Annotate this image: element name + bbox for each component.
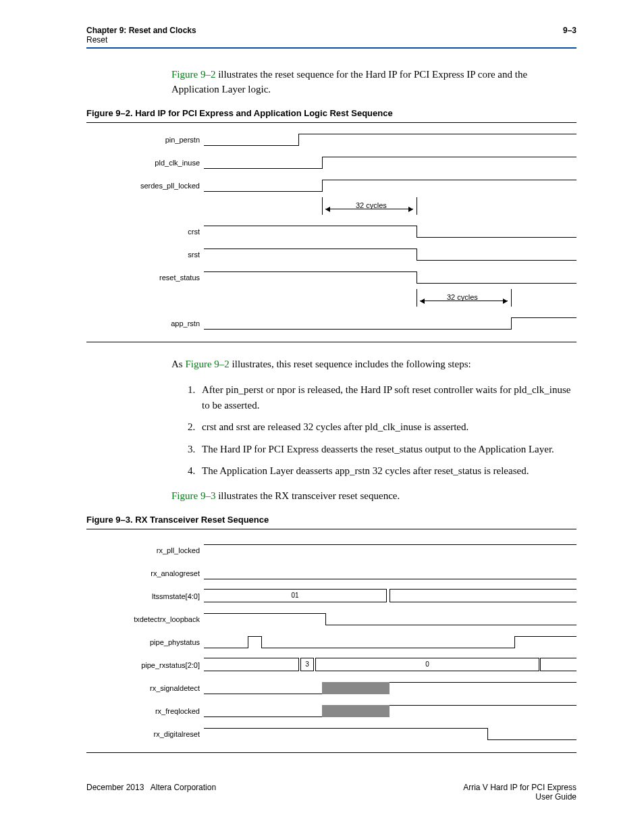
signal-label: pipe_phystatus [86,638,204,646]
figure-9-2-link[interactable]: Figure 9–2 [171,69,215,80]
page-footer: December 2013 Altera Corporation Arria V… [86,783,576,802]
figure-9-2-diagram: pin_perstn pld_clk_inuse serdes_pll_lock… [86,128,576,338]
list-item: The Application Layer deasserts app_rstn… [198,463,576,479]
signal-label: pin_perstn [86,136,204,144]
footer-doc-subtitle: User Guide [463,792,576,802]
figure-9-3-caption: Figure 9–3. RX Transceiver Reset Sequenc… [86,515,576,525]
figure-9-2-link[interactable]: Figure 9–2 [185,359,229,369]
signal-label: reset_status [86,273,204,282]
signal-label: rx_digitalreset [86,730,204,738]
list-item: After pin_perst or npor is released, the… [198,382,576,413]
figure-9-3-diagram: rx_pll_locked rx_analogreset ltssmstate[… [86,535,576,748]
figure-9-2-caption: Figure 9–2. Hard IP for PCI Express and … [86,108,576,118]
figure-9-2-rule-top [86,122,576,123]
signal-label: ltssmstate[4:0] [86,592,204,600]
list-item: crst and srst are released 32 cycles aft… [198,419,576,435]
signal-label: rx_analogreset [86,569,204,577]
intro-text: illustrates the reset sequence for the H… [171,69,527,95]
intro-paragraph: Figure 9–2 illustrates the reset sequenc… [171,68,576,97]
post-fig92-paragraph: As Figure 9–2 illustrates, this reset se… [171,357,576,372]
bus-value: 3 [300,658,314,671]
signal-label: rx_pll_locked [86,546,204,554]
reset-steps-list: After pin_perst or npor is released, the… [184,382,576,479]
signal-label: pld_clk_inuse [86,159,204,167]
section-label: Reset [86,35,196,45]
figure-9-2-rule-bottom [86,342,576,342]
figure-9-3-rule-bottom [86,752,576,753]
cycles-annotation: 32 cycles [356,201,387,209]
signal-label: srst [86,251,204,259]
page-header: Chapter 9: Reset and Clocks Reset 9–3 [86,26,576,45]
figure-9-3-link[interactable]: Figure 9–3 [171,490,215,501]
signal-label: crst [86,228,204,236]
signal-label: txdetectrx_loopback [86,615,204,623]
signal-label: rx_freqlocked [86,707,204,715]
signal-label: app_rstn [86,319,204,328]
figure-9-3-rule-top [86,529,576,529]
footer-date: December 2013 [86,783,144,792]
header-rule [86,47,576,49]
signal-label: rx_signaldetect [86,684,204,692]
bus-value: 01 [204,589,387,602]
footer-corp: Altera Corporation [151,783,216,792]
signal-label: pipe_rxstatus[2:0] [86,661,204,669]
footer-doc-title: Arria V Hard IP for PCI Express [463,783,576,792]
signal-label: serdes_pll_locked [86,182,204,190]
pre-fig93-paragraph: Figure 9–3 illustrates the RX transceive… [171,489,576,504]
bus-value: 0 [315,658,539,671]
chapter-label: Chapter 9: Reset and Clocks [86,26,196,35]
cycles-annotation: 32 cycles [447,293,478,301]
page-number: 9–3 [563,26,576,45]
list-item: The Hard IP for PCI Express deasserts th… [198,442,576,457]
